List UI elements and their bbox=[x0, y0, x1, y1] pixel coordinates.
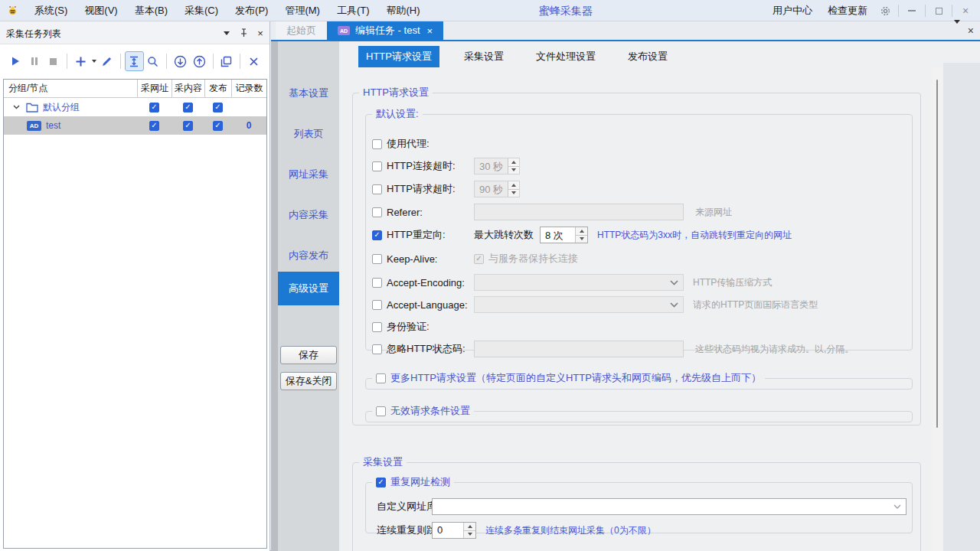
tab-start-page[interactable]: 起始页 bbox=[276, 21, 327, 40]
checkbox-redirect[interactable]: ✓ bbox=[372, 230, 382, 240]
checkbox-more-http[interactable] bbox=[376, 373, 386, 383]
tab-edit-task[interactable]: AD 编辑任务 - test × bbox=[327, 21, 443, 40]
move-up-button[interactable] bbox=[190, 51, 209, 71]
vertical-scrollbar[interactable] bbox=[933, 67, 942, 551]
label-use-proxy: 使用代理: bbox=[387, 137, 430, 151]
menu-tools[interactable]: 工具(T) bbox=[328, 1, 378, 21]
checkbox-auth[interactable] bbox=[372, 322, 382, 332]
delete-task-button[interactable] bbox=[244, 51, 263, 71]
accept-encoding-combo[interactable] bbox=[474, 274, 684, 291]
menu-view[interactable]: 视图(V) bbox=[76, 1, 126, 21]
settings-gear-icon[interactable] bbox=[875, 2, 895, 19]
tab-list-chevron-icon[interactable] bbox=[954, 24, 960, 37]
http-settings-legend: HTTP请求设置 bbox=[359, 86, 433, 99]
table-row-task[interactable]: AD test ✓ ✓ ✓ 0 bbox=[4, 116, 266, 135]
save-close-button[interactable]: 保存&关闭 bbox=[280, 372, 337, 390]
tab-close-icon[interactable]: × bbox=[427, 25, 433, 37]
checkbox-task-collect-url[interactable]: ✓ bbox=[149, 121, 159, 131]
checkbox-group-collect-content[interactable]: ✓ bbox=[183, 103, 193, 112]
minimize-button[interactable] bbox=[902, 2, 922, 19]
tab-publish-settings[interactable]: 发布设置 bbox=[620, 46, 675, 67]
save-button[interactable]: 保存 bbox=[280, 346, 337, 364]
spin-up-icon[interactable] bbox=[464, 523, 475, 531]
panel-close-icon[interactable]: × bbox=[254, 27, 266, 39]
checkbox-req-timeout[interactable] bbox=[372, 184, 382, 194]
edit-task-button[interactable] bbox=[97, 51, 116, 71]
checkbox-conn-timeout[interactable] bbox=[372, 161, 382, 171]
edit-task-page: HTTP请求设置 采集设置 文件处理设置 发布设置 基本设置 列表页 网址采集 … bbox=[271, 41, 980, 551]
column-collect-content: 采内容 bbox=[172, 80, 204, 97]
sidebar-item-advanced[interactable]: 高级设置 bbox=[278, 272, 339, 305]
invalid-request-group: 无效请求条件设置 bbox=[365, 404, 913, 422]
move-down-button[interactable] bbox=[171, 51, 190, 71]
req-timeout-spinner[interactable]: 90 秒 bbox=[474, 181, 520, 197]
panel-menu-chevron-icon[interactable] bbox=[220, 27, 233, 39]
tab-http-settings[interactable]: HTTP请求设置 bbox=[358, 46, 439, 67]
scrollbar-thumb[interactable] bbox=[936, 80, 938, 428]
tree-expander-icon[interactable] bbox=[13, 105, 20, 109]
checkbox-accept-language[interactable] bbox=[372, 300, 382, 310]
checkbox-invalid-request[interactable] bbox=[376, 406, 386, 416]
sidebar-item-basic[interactable]: 基本设置 bbox=[278, 86, 339, 101]
default-settings-legend: 默认设置: bbox=[372, 107, 423, 121]
settings-tab-bar: HTTP请求设置 采集设置 文件处理设置 发布设置 bbox=[358, 46, 675, 67]
menu-basic[interactable]: 基本(B) bbox=[126, 1, 176, 21]
spin-down-icon[interactable] bbox=[576, 236, 587, 243]
tab-file-settings[interactable]: 文件处理设置 bbox=[528, 46, 603, 67]
checkbox-task-publish[interactable]: ✓ bbox=[213, 121, 223, 131]
tab-collect-settings[interactable]: 采集设置 bbox=[456, 46, 511, 67]
sidebar-item-listpage[interactable]: 列表页 bbox=[278, 126, 339, 142]
url-library-combo[interactable] bbox=[432, 498, 906, 515]
check-update-link[interactable]: 检查更新 bbox=[820, 1, 875, 21]
run-task-button[interactable] bbox=[6, 51, 25, 71]
referer-input[interactable] bbox=[474, 204, 684, 220]
ignore-status-input[interactable] bbox=[474, 341, 684, 357]
expand-collapse-button[interactable] bbox=[125, 51, 144, 71]
sidebar-item-publish[interactable]: 内容发布 bbox=[278, 248, 339, 263]
menu-system[interactable]: 系统(S) bbox=[26, 1, 76, 21]
user-center-link[interactable]: 用户中心 bbox=[765, 1, 820, 21]
checkbox-keep-alive[interactable] bbox=[372, 254, 382, 264]
task-type-badge: AD bbox=[27, 121, 41, 131]
spin-down-icon[interactable] bbox=[464, 531, 475, 539]
sidebar-item-content[interactable]: 内容采集 bbox=[278, 207, 339, 223]
checkbox-ignore-status[interactable] bbox=[372, 344, 382, 354]
maximize-button[interactable] bbox=[929, 2, 949, 19]
checkbox-duplicate-url[interactable]: ✓ bbox=[376, 478, 386, 487]
stop-task-button[interactable] bbox=[44, 51, 63, 71]
add-task-button[interactable] bbox=[71, 51, 90, 71]
spin-down-icon[interactable] bbox=[508, 167, 519, 174]
conn-timeout-spinner[interactable]: 30 秒 bbox=[474, 158, 520, 174]
spin-up-icon[interactable] bbox=[508, 158, 519, 167]
sidebar-item-url[interactable]: 网址采集 bbox=[278, 167, 339, 182]
add-task-dropdown-icon[interactable] bbox=[90, 51, 97, 71]
checkbox-use-proxy[interactable] bbox=[372, 139, 382, 149]
panel-pin-icon[interactable] bbox=[237, 27, 250, 39]
checkbox-referer[interactable] bbox=[372, 207, 382, 217]
checkbox-task-collect-content[interactable]: ✓ bbox=[183, 121, 193, 131]
copy-task-button[interactable] bbox=[217, 51, 237, 71]
spin-up-icon[interactable] bbox=[576, 227, 587, 236]
max-jumps-spinner[interactable]: 8 次 bbox=[540, 227, 588, 243]
spin-down-icon[interactable] bbox=[508, 190, 519, 197]
search-task-button[interactable] bbox=[144, 51, 163, 71]
checkbox-accept-encoding[interactable] bbox=[372, 278, 382, 288]
panel-title: 采集任务列表 bbox=[6, 28, 61, 41]
spin-up-icon[interactable] bbox=[508, 181, 519, 190]
checkbox-group-publish[interactable]: ✓ bbox=[213, 103, 223, 112]
menu-manage[interactable]: 管理(M) bbox=[276, 1, 328, 21]
menu-help[interactable]: 帮助(H) bbox=[378, 1, 429, 21]
table-row-group[interactable]: 默认分组 ✓ ✓ ✓ bbox=[4, 98, 266, 116]
right-gutter bbox=[943, 63, 980, 551]
tab-bar-close-icon[interactable]: × bbox=[968, 24, 974, 37]
divider bbox=[166, 54, 167, 69]
column-group-node: 分组/节点 bbox=[4, 80, 137, 97]
menu-publish[interactable]: 发布(P) bbox=[227, 1, 276, 21]
skip-duplicate-spinner[interactable]: 0 bbox=[432, 522, 476, 539]
accept-language-combo[interactable] bbox=[474, 296, 684, 313]
close-window-button[interactable]: × bbox=[956, 2, 975, 19]
accept-language-hint: 请求的HTTP页面国际语言类型 bbox=[693, 298, 818, 311]
menu-collect[interactable]: 采集(C) bbox=[176, 1, 227, 21]
checkbox-group-collect-url[interactable]: ✓ bbox=[149, 103, 159, 112]
pause-task-button[interactable] bbox=[25, 51, 44, 71]
